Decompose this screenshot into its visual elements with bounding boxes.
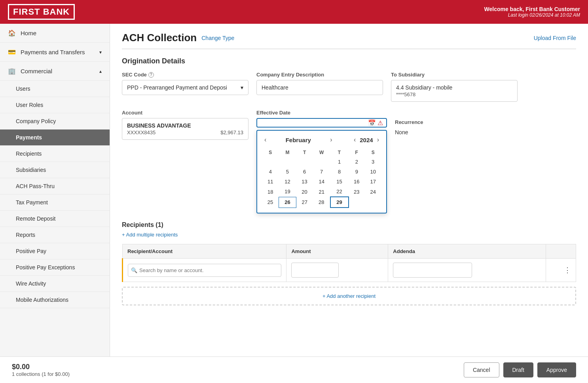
sidebar-item-tax-payment[interactable]: Tax Payment	[0, 194, 110, 211]
calendar-day[interactable]: 12	[279, 177, 296, 187]
footer-bar: $0.00 1 collections (1 for $0.00) Cancel…	[0, 356, 588, 383]
next-year-button[interactable]: ›	[375, 135, 381, 144]
calendar-day[interactable]: 29	[330, 197, 349, 208]
chevron-up-icon: ▴	[99, 69, 102, 74]
to-subsidiary-group: To Subsidiary 4.4 Subsidiary - mobile **…	[391, 72, 518, 102]
prev-year-button[interactable]: ‹	[351, 135, 358, 144]
page-title-left: ACH Collection Change Type	[122, 32, 234, 44]
approve-button[interactable]: Approve	[537, 362, 576, 377]
calendar-day[interactable]: 9	[349, 167, 365, 177]
footer-subtitle: 1 collections (1 for $0.00)	[12, 371, 70, 377]
to-subsidiary-label: To Subsidiary	[391, 72, 518, 78]
sidebar-item-remote-deposit[interactable]: Remote Deposit	[0, 211, 110, 227]
sidebar-item-users[interactable]: Users	[0, 81, 110, 97]
sidebar-item-recipients[interactable]: Recipients	[0, 146, 110, 162]
calendar-day[interactable]: 8	[330, 167, 349, 177]
sidebar-item-positive-pay-exceptions[interactable]: Positive Pay Exceptions	[0, 259, 110, 276]
addenda-input[interactable]	[393, 263, 472, 278]
calendar-day[interactable]: 15	[330, 177, 349, 187]
change-type-link[interactable]: Change Type	[201, 35, 234, 41]
account-name: BUSINESS ADVANTAGE	[127, 122, 243, 129]
calendar-day[interactable]: 7	[313, 167, 330, 177]
sidebar-item-mobile-authorizations[interactable]: Mobile Authorizations	[0, 292, 110, 308]
account-number: XXXXX8435	[127, 130, 156, 135]
to-subsidiary-control[interactable]: 4.4 Subsidiary - mobile ****5678	[391, 80, 518, 102]
sec-code-help-icon[interactable]: ?	[148, 72, 154, 78]
calendar-day[interactable]: 5	[279, 167, 296, 177]
page-title: ACH Collection	[122, 32, 197, 44]
row-more-button[interactable]: ⋮	[564, 266, 571, 274]
calendar-day[interactable]: 18	[262, 187, 279, 197]
recipient-table-header: Recipient/Account Amount Addenda	[123, 244, 576, 259]
col-sat: S	[365, 148, 381, 157]
sidebar-item-payments[interactable]: Payments	[0, 130, 110, 146]
sidebar-item-company-policy[interactable]: Company Policy	[0, 113, 110, 130]
calendar-body: 1234567891011121314151617181920212223242…	[262, 157, 381, 208]
next-month-button[interactable]: ›	[328, 135, 334, 144]
calendar-day[interactable]: 10	[365, 167, 381, 177]
sidebar-item-home[interactable]: 🏠 Home	[0, 24, 110, 43]
calendar-day[interactable]: 6	[296, 167, 313, 177]
calendar-day[interactable]: 25	[262, 197, 279, 208]
sidebar-item-reports[interactable]: Reports	[0, 227, 110, 243]
amount-input[interactable]	[291, 263, 339, 278]
cancel-button[interactable]: Cancel	[464, 362, 499, 377]
calendar-year-nav: ‹ 2024 ›	[351, 135, 381, 144]
sidebar-item-wire-activity[interactable]: Wire Activity	[0, 276, 110, 292]
sidebar-label-home: Home	[21, 30, 36, 36]
calendar-day[interactable]: 28	[313, 197, 330, 208]
sec-code-select[interactable]: PPD - Prearranged Payment and Deposi ▾	[122, 80, 248, 95]
calendar-day[interactable]: 1	[330, 157, 349, 167]
calendar-icon[interactable]: 📅	[368, 119, 376, 127]
calendar-week-row: 11121314151617	[262, 177, 381, 187]
sec-code-group: SEC Code ? PPD - Prearranged Payment and…	[122, 72, 248, 95]
sidebar-label-commercial: Commercial	[21, 68, 52, 74]
prev-month-button[interactable]: ‹	[262, 135, 269, 144]
sidebar-item-payments-transfers[interactable]: 💳 Payments and Transfers ▾	[0, 43, 110, 62]
calendar-day[interactable]: 13	[296, 177, 313, 187]
calendar-week-row: 2526272829	[262, 197, 381, 208]
calendar-day[interactable]: 16	[349, 177, 365, 187]
footer-totals: $0.00 1 collections (1 for $0.00)	[12, 363, 70, 377]
recipient-search-input[interactable]	[128, 264, 281, 277]
calendar-day[interactable]: 24	[365, 187, 381, 197]
calendar-day[interactable]: 26	[279, 197, 296, 208]
sidebar-item-subsidiaries[interactable]: Subsidiaries	[0, 162, 110, 178]
calendar-day[interactable]: 4	[262, 167, 279, 177]
sidebar-item-ach-pass-thru[interactable]: ACH Pass-Thru	[0, 178, 110, 194]
col-fri: F	[349, 148, 365, 157]
calendar-nav: ‹ February › ‹ 2024 ›	[262, 135, 381, 144]
calendar-day[interactable]: 3	[365, 157, 381, 167]
calendar-day[interactable]: 19	[279, 187, 296, 197]
effective-date-label: Effective Date	[256, 110, 387, 116]
add-recipient-row[interactable]: + Add another recipient	[122, 287, 576, 305]
sidebar-item-positive-pay[interactable]: Positive Pay	[0, 243, 110, 259]
calendar-day[interactable]: 20	[296, 187, 313, 197]
calendar-day[interactable]: 2	[349, 157, 365, 167]
calendar-day[interactable]: 27	[296, 197, 313, 208]
upload-from-file-link[interactable]: Upload From File	[534, 35, 576, 41]
draft-button[interactable]: Draft	[503, 362, 533, 377]
addenda-cell	[388, 259, 546, 282]
sidebar-item-commercial[interactable]: 🏢 Commercial ▴	[0, 62, 110, 81]
account-control[interactable]: BUSINESS ADVANTAGE XXXXX8435 $2,967.13	[122, 118, 248, 140]
add-multiple-link[interactable]: + Add multiple recipients	[122, 232, 576, 238]
effective-date-field[interactable]: 📅 ⚠	[256, 118, 387, 128]
calendar-week-row: 45678910	[262, 167, 381, 177]
calendar-day	[313, 157, 330, 167]
calendar-day[interactable]: 21	[313, 187, 330, 197]
calendar-day[interactable]: 17	[365, 177, 381, 187]
sidebar-item-user-roles[interactable]: User Roles	[0, 97, 110, 113]
calendar-month-label: February	[286, 137, 311, 143]
welcome-message: Welcome back, First Bank Customer Last l…	[484, 6, 580, 18]
recipients-title: Recipients (1)	[122, 221, 576, 229]
calendar-day[interactable]: 23	[349, 187, 365, 197]
date-field-icons: 📅 ⚠	[368, 119, 383, 127]
calendar-day[interactable]: 11	[262, 177, 279, 187]
company-entry-input[interactable]	[256, 80, 383, 95]
calendar-day	[279, 157, 296, 167]
calendar-day[interactable]: 22	[330, 187, 349, 197]
footer-actions: Cancel Draft Approve	[464, 362, 576, 377]
company-entry-group: Company Entry Description	[256, 72, 383, 95]
calendar-day[interactable]: 14	[313, 177, 330, 187]
